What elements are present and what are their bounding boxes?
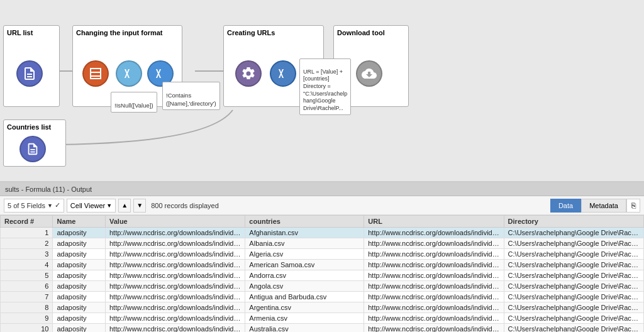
table-cell: Angola.csv <box>245 281 364 292</box>
cell-viewer-btn[interactable]: Cell Viewer ▼ <box>67 199 116 213</box>
table-cell: Andorra.csv <box>245 270 364 281</box>
table-cell: 9 <box>1 313 53 324</box>
copy-icon[interactable]: ⎘ <box>626 199 640 213</box>
group-url-list: URL list <box>3 25 60 107</box>
table-cell: Afghanistan.csv <box>245 228 364 238</box>
formula1-icon[interactable] <box>116 60 142 87</box>
table-cell: adaposity <box>53 302 106 313</box>
table-cell: C:\Users\rachelphang\Google Drive\Rachel… <box>504 313 643 324</box>
table-cell: Argentina.csv <box>245 302 364 313</box>
table-cell: 7 <box>1 292 53 302</box>
col-directory[interactable]: Directory <box>504 216 643 228</box>
countries-book-icon[interactable] <box>19 136 46 162</box>
table-cell: C:\Users\rachelphang\Google Drive\Rachel… <box>504 228 643 238</box>
table-cell: http://www.ncdrisc.org/downloads/individ… <box>364 302 504 313</box>
fields-count: 5 of 5 Fields <box>8 202 45 209</box>
data-table-wrapper[interactable]: Record # Name Value countries URL Direct… <box>0 215 644 332</box>
col-url[interactable]: URL <box>364 216 504 228</box>
table-cell: http://www.ncdrisc.org/downloads/individ… <box>106 238 245 249</box>
table-cell: C:\Users\rachelphang\Google Drive\Rachel… <box>504 260 643 270</box>
table-cell: http://www.ncdrisc.org/downloads/individ… <box>364 292 504 302</box>
table-cell: Albania.csv <box>245 238 364 249</box>
table-cell: C:\Users\rachelphang\Google Drive\Rachel… <box>504 249 643 260</box>
table-cell: 1 <box>1 228 53 238</box>
table-row: 10adaposityhttp://www.ncdrisc.org/downlo… <box>1 324 644 333</box>
sort-down-btn[interactable]: ▼ <box>133 199 146 213</box>
table-cell: http://www.ncdrisc.org/downloads/individ… <box>364 228 504 238</box>
table-cell: Armenia.csv <box>245 313 364 324</box>
toolbar: 5 of 5 Fields ▼ ✓ Cell Viewer ▼ ▲ ▼ 800 … <box>0 196 644 215</box>
table-cell: http://www.ncdrisc.org/downloads/individ… <box>106 228 245 238</box>
group-countries: Countries list <box>3 119 66 167</box>
tab-metadata[interactable]: Metadata <box>581 199 626 213</box>
gear-icon[interactable] <box>235 60 262 87</box>
url-list-label: URL list <box>7 29 33 36</box>
col-value[interactable]: Value <box>106 216 245 228</box>
table-cell: http://www.ncdrisc.org/downloads/individ… <box>106 292 245 302</box>
table-cell: http://www.ncdrisc.org/downloads/individ… <box>364 249 504 260</box>
table-cell: Algeria.csv <box>245 249 364 260</box>
results-header: sults - Formula (11) - Output <box>0 182 644 196</box>
table-cell: http://www.ncdrisc.org/downloads/individ… <box>364 238 504 249</box>
table-icon[interactable] <box>82 60 109 87</box>
tab-data[interactable]: Data <box>550 199 581 213</box>
url-list-icon[interactable] <box>16 60 43 87</box>
records-count: 800 records displayed <box>151 202 219 209</box>
table-cell: C:\Users\rachelphang\Google Drive\Rachel… <box>504 292 643 302</box>
table-cell: adaposity <box>53 260 106 270</box>
table-row: 3adaposityhttp://www.ncdrisc.org/downloa… <box>1 249 644 260</box>
table-cell: http://www.ncdrisc.org/downloads/individ… <box>106 270 245 281</box>
table-cell: adaposity <box>53 292 106 302</box>
table-cell: adaposity <box>53 313 106 324</box>
table-header-row: Record # Name Value countries URL Direct… <box>1 216 644 228</box>
workflow-canvas: URL list Changing the input format <box>0 0 644 182</box>
table-cell: http://www.ncdrisc.org/downloads/individ… <box>106 302 245 313</box>
tooltip-contains: !Contains ([Name],'directory') <box>162 82 220 110</box>
table-cell: http://www.ncdrisc.org/downloads/individ… <box>364 281 504 292</box>
table-cell: http://www.ncdrisc.org/downloads/individ… <box>106 260 245 270</box>
table-cell: Antigua and Barbuda.csv <box>245 292 364 302</box>
results-panel: sults - Formula (11) - Output 5 of 5 Fie… <box>0 182 644 332</box>
download-tool-icon[interactable] <box>356 60 382 87</box>
checkmark-icon: ✓ <box>55 201 60 209</box>
results-header-text: sults - Formula (11) - Output <box>5 185 92 193</box>
group-creating: Creating URLs URL = [Value] + [countries… <box>223 25 324 107</box>
table-row: 2adaposityhttp://www.ncdrisc.org/downloa… <box>1 238 644 249</box>
col-countries[interactable]: countries <box>245 216 364 228</box>
view-tabs: Data Metadata ⎘ <box>550 199 640 213</box>
table-cell: 3 <box>1 249 53 260</box>
table-cell: C:\Users\rachelphang\Google Drive\Rachel… <box>504 302 643 313</box>
download-label: Download tool <box>337 29 385 36</box>
col-name[interactable]: Name <box>53 216 106 228</box>
table-cell: Australia.csv <box>245 324 364 333</box>
table-cell: adaposity <box>53 281 106 292</box>
table-cell: http://www.ncdrisc.org/downloads/individ… <box>106 249 245 260</box>
table-cell: 8 <box>1 302 53 313</box>
table-cell: adaposity <box>53 228 106 238</box>
table-cell: 2 <box>1 238 53 249</box>
sort-up-btn[interactable]: ▲ <box>118 199 131 213</box>
table-cell: adaposity <box>53 324 106 333</box>
col-record[interactable]: Record # <box>1 216 53 228</box>
cell-viewer-label: Cell Viewer <box>70 202 105 209</box>
table-row: 4adaposityhttp://www.ncdrisc.org/downloa… <box>1 260 644 270</box>
table-cell: http://www.ncdrisc.org/downloads/individ… <box>106 281 245 292</box>
tooltip-url: URL = [Value] + [countries] Directory = … <box>299 58 351 115</box>
changing-label: Changing the input format <box>76 29 162 36</box>
table-cell: C:\Users\rachelphang\Google Drive\Rachel… <box>504 238 643 249</box>
table-cell: 5 <box>1 270 53 281</box>
table-cell: adaposity <box>53 270 106 281</box>
fields-chevron: ▼ <box>47 202 53 209</box>
table-cell: 6 <box>1 281 53 292</box>
cell-viewer-chevron: ▼ <box>106 202 112 209</box>
countries-label: Countries list <box>7 123 51 131</box>
download-blue-icon[interactable] <box>270 60 296 87</box>
data-table: Record # Name Value countries URL Direct… <box>0 215 644 332</box>
fields-selector[interactable]: 5 of 5 Fields ▼ ✓ <box>4 199 64 213</box>
creating-label: Creating URLs <box>227 29 275 36</box>
table-row: 5adaposityhttp://www.ncdrisc.org/downloa… <box>1 270 644 281</box>
table-cell: American Samoa.csv <box>245 260 364 270</box>
table-cell: http://www.ncdrisc.org/downloads/individ… <box>364 324 504 333</box>
table-cell: http://www.ncdrisc.org/downloads/individ… <box>364 313 504 324</box>
table-cell: C:\Users\rachelphang\Google Drive\Rachel… <box>504 324 643 333</box>
